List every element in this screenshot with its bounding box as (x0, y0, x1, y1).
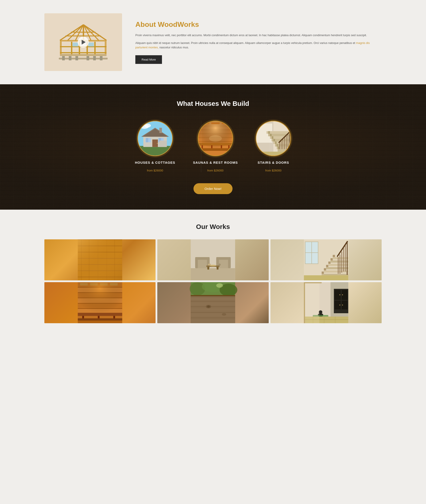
svg-rect-58 (201, 145, 203, 148)
svg-rect-113 (228, 258, 231, 268)
svg-rect-55 (222, 122, 231, 124)
svg-point-208 (339, 294, 340, 295)
svg-point-198 (216, 283, 223, 288)
svg-rect-188 (191, 315, 235, 315)
svg-rect-78 (272, 136, 273, 139)
svg-rect-53 (200, 122, 209, 124)
work-item-5[interactable] (157, 282, 269, 323)
svg-rect-4 (86, 56, 89, 60)
svg-rect-89 (256, 152, 291, 156)
about-title-gold: Works (178, 21, 199, 28)
svg-rect-135 (328, 262, 330, 264)
svg-rect-17 (72, 43, 78, 47)
svg-rect-76 (275, 141, 277, 144)
work-image-2 (157, 239, 269, 280)
svg-rect-130 (324, 270, 348, 273)
house-item-saunas: SAUNAS & REST ROOMS from $26000 (193, 121, 238, 172)
work-image-4 (44, 282, 156, 323)
svg-point-209 (342, 294, 343, 295)
svg-rect-131 (324, 268, 326, 270)
svg-rect-133 (326, 265, 328, 267)
stairs-image (256, 121, 291, 156)
works-section: Our Works (0, 210, 426, 336)
house-item-stairs: STAIRS & DOORS from $26000 (256, 121, 291, 172)
work-item-2[interactable] (157, 239, 269, 280)
svg-rect-177 (98, 316, 100, 318)
svg-rect-84 (284, 138, 285, 149)
house-item-price-stairs: from $26000 (265, 169, 282, 172)
svg-rect-103 (78, 239, 122, 280)
svg-rect-77 (273, 139, 275, 142)
svg-rect-139 (333, 255, 335, 257)
svg-rect-115 (207, 267, 209, 270)
work-item-4[interactable] (44, 282, 156, 323)
about-content: About WoodWorks Proin viverra maximus ve… (135, 21, 382, 64)
svg-rect-83 (286, 136, 287, 149)
svg-rect-1 (62, 56, 65, 60)
svg-rect-184 (191, 304, 235, 304)
svg-rect-181 (191, 297, 235, 297)
svg-rect-189 (191, 318, 235, 318)
work-image-5 (157, 282, 269, 323)
svg-rect-218 (324, 317, 324, 323)
svg-rect-42 (159, 128, 162, 133)
svg-rect-140 (347, 241, 348, 275)
svg-rect-183 (191, 301, 235, 301)
svg-rect-18 (88, 43, 94, 47)
work-item-6[interactable] (270, 282, 382, 323)
house-item-cottages: HOUSES & COTTAGES from $26000 (135, 121, 175, 172)
about-title-black: About Wood (135, 21, 178, 28)
svg-rect-219 (335, 317, 335, 323)
about-paragraph-1: Proin viverra maximus velit, nec porttit… (135, 33, 382, 38)
work-item-1[interactable] (44, 239, 156, 280)
svg-rect-56 (198, 143, 233, 145)
works-title: Our Works (44, 223, 382, 230)
houses-section-title: What Houses We Build (44, 100, 382, 107)
svg-rect-16 (60, 52, 106, 53)
svg-rect-138 (333, 257, 348, 259)
svg-rect-144 (340, 255, 340, 274)
svg-rect-74 (277, 147, 279, 149)
svg-rect-54 (211, 122, 220, 124)
svg-rect-87 (279, 143, 280, 149)
svg-point-193 (222, 313, 226, 316)
read-more-button[interactable]: Read More (135, 55, 162, 64)
house-item-name-saunas: SAUNAS & REST ROOMS (193, 161, 238, 164)
svg-rect-7 (60, 54, 106, 56)
svg-rect-81 (289, 132, 290, 150)
house-item-price-cottages: from $26000 (147, 169, 163, 172)
houses-grid: HOUSES & COTTAGES from $26000 (44, 121, 382, 172)
house-circle-cottages (137, 121, 173, 156)
svg-rect-222 (304, 282, 321, 283)
svg-rect-220 (304, 282, 319, 323)
svg-rect-175 (78, 318, 122, 320)
order-button[interactable]: Order Now! (193, 183, 233, 194)
house-item-name-cottages: HOUSES & COTTAGES (135, 161, 175, 164)
svg-rect-2 (69, 56, 71, 60)
sauna-image (198, 121, 233, 156)
svg-rect-79 (270, 134, 272, 136)
about-title: About WoodWorks (135, 21, 382, 28)
svg-rect-182 (191, 299, 235, 299)
svg-rect-118 (208, 264, 211, 266)
svg-rect-129 (321, 271, 324, 274)
svg-rect-6 (100, 56, 102, 60)
svg-rect-174 (78, 313, 122, 316)
svg-rect-86 (281, 141, 282, 149)
about-image (44, 13, 122, 71)
about-paragraph-2: Aliquam quis nibh id neque nutrum laoree… (135, 41, 382, 50)
svg-rect-5 (93, 56, 96, 60)
work-item-3[interactable] (270, 239, 382, 280)
svg-rect-178 (113, 316, 115, 318)
svg-rect-141 (345, 245, 345, 271)
work-image-3 (270, 239, 382, 280)
work-image-6 (270, 282, 382, 323)
svg-point-211 (342, 305, 343, 305)
svg-rect-145 (338, 257, 338, 274)
svg-rect-116 (217, 267, 219, 270)
svg-rect-60 (221, 145, 222, 148)
svg-rect-82 (288, 134, 288, 149)
houses-section: What Houses We Build (0, 84, 426, 210)
svg-point-119 (219, 263, 221, 266)
play-button[interactable] (78, 37, 89, 48)
